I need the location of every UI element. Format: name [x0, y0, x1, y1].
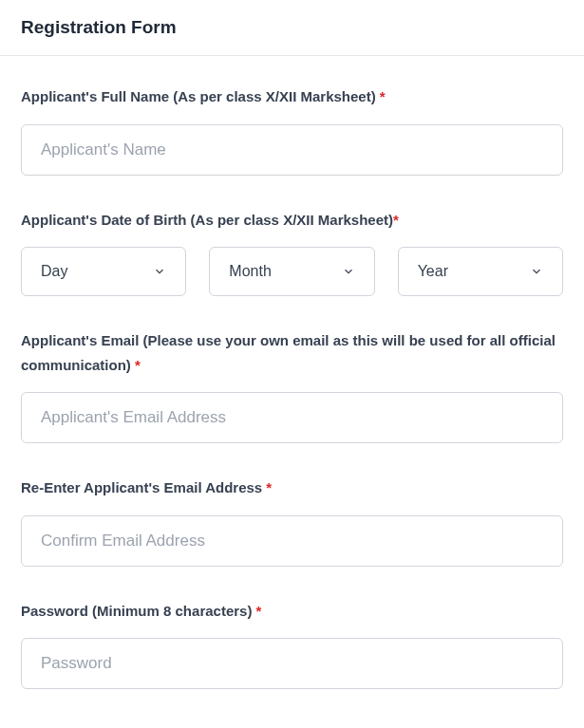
- dob-group: Applicant's Date of Birth (As per class …: [21, 208, 563, 297]
- day-select[interactable]: Day: [21, 247, 186, 296]
- required-marker: *: [135, 357, 141, 373]
- month-select-value: Month: [229, 263, 271, 280]
- date-selectors: Day Month Year: [21, 247, 563, 296]
- confirm-email-label: Re-Enter Applicant's Email Address *: [21, 476, 563, 500]
- label-text: Applicant's Date of Birth (As per class …: [21, 212, 393, 228]
- label-text: Password (Minimum 8 characters): [21, 603, 256, 619]
- password-group: Password (Minimum 8 characters) *: [21, 599, 563, 690]
- day-select-wrapper: Day: [21, 247, 186, 296]
- email-label: Applicant's Email (Please use your own e…: [21, 328, 563, 377]
- required-marker: *: [393, 212, 399, 228]
- password-label: Password (Minimum 8 characters) *: [21, 599, 563, 624]
- registration-form: Applicant's Full Name (As per class X/XI…: [0, 56, 584, 728]
- password-input[interactable]: [21, 638, 563, 689]
- chevron-down-icon: [342, 265, 355, 278]
- full-name-group: Applicant's Full Name (As per class X/XI…: [21, 84, 563, 176]
- day-select-value: Day: [41, 263, 67, 280]
- full-name-label: Applicant's Full Name (As per class X/XI…: [21, 84, 563, 109]
- form-header: Registration Form: [0, 0, 584, 56]
- month-select[interactable]: Month: [209, 247, 374, 296]
- email-input[interactable]: [21, 392, 563, 443]
- required-marker: *: [266, 479, 272, 495]
- month-select-wrapper: Month: [209, 247, 374, 296]
- confirm-email-input[interactable]: [21, 515, 563, 567]
- year-select-value: Year: [418, 263, 448, 280]
- required-marker: *: [380, 88, 386, 104]
- confirm-email-group: Re-Enter Applicant's Email Address *: [21, 476, 563, 567]
- chevron-down-icon: [153, 265, 166, 278]
- dob-label: Applicant's Date of Birth (As per class …: [21, 208, 563, 233]
- full-name-input[interactable]: [21, 124, 563, 176]
- label-text: Re-Enter Applicant's Email Address: [21, 479, 266, 495]
- label-text: Applicant's Email (Please use your own e…: [21, 332, 556, 373]
- page-title: Registration Form: [21, 17, 563, 38]
- chevron-down-icon: [530, 265, 543, 278]
- required-marker: *: [256, 603, 262, 619]
- email-group: Applicant's Email (Please use your own e…: [21, 328, 563, 443]
- year-select-wrapper: Year: [398, 247, 563, 296]
- year-select[interactable]: Year: [398, 247, 563, 296]
- label-text: Applicant's Full Name (As per class X/XI…: [21, 88, 380, 104]
